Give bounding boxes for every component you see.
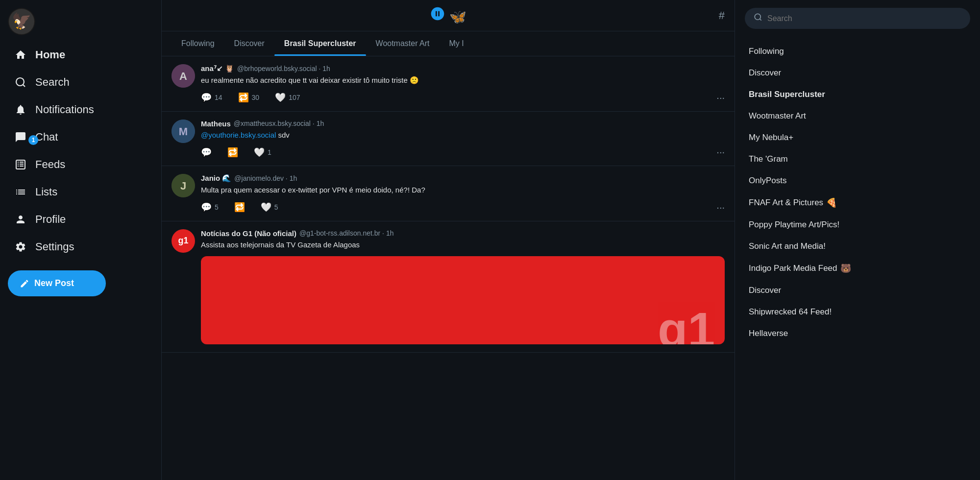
post-4: g1 Notícias do G1 (Não oficial) @g1-bot-… bbox=[162, 221, 735, 353]
tab-wootmaster-art[interactable]: Wootmaster Art bbox=[366, 31, 440, 56]
post-3-reply[interactable]: 💬 5 bbox=[201, 202, 219, 213]
post-2: M Matheus @xmattheusx.bsky.social · 1h @… bbox=[162, 112, 735, 167]
post-1-more[interactable]: ··· bbox=[716, 92, 725, 103]
feed-list-sonic-art[interactable]: Sonic Art and Media! bbox=[745, 236, 970, 257]
sidebar-item-feeds[interactable]: Feeds bbox=[8, 151, 153, 178]
post-1-reply[interactable]: 💬 14 bbox=[201, 92, 222, 103]
post-1-avatar[interactable]: A bbox=[172, 64, 195, 88]
post-2-reply[interactable]: 💬 bbox=[201, 147, 212, 158]
feed-list-shipwrecked[interactable]: Shipwrecked 64 Feed! bbox=[745, 301, 970, 323]
post-4-image-text: g1 bbox=[658, 305, 715, 344]
post-3-author: Janio 🌊 bbox=[201, 174, 231, 183]
post-3-like-count: 5 bbox=[274, 203, 278, 211]
chat-icon: 1 bbox=[14, 130, 27, 144]
post-4-avatar[interactable]: g1 bbox=[172, 229, 195, 253]
left-sidebar: 🦅 Home Search bbox=[0, 0, 162, 480]
feed-list-my-nebula[interactable]: My Nebula+ bbox=[745, 127, 970, 148]
sidebar-item-chat[interactable]: 1 Chat bbox=[8, 123, 153, 151]
bell-icon bbox=[14, 103, 27, 117]
post-1-like-count: 107 bbox=[289, 94, 300, 101]
chat-badge: 1 bbox=[28, 135, 38, 145]
tab-brasil-supercluster[interactable]: Brasil Supercluster bbox=[274, 31, 366, 56]
post-1-repost[interactable]: 🔁 30 bbox=[238, 92, 260, 103]
post-4-image: g1 bbox=[201, 256, 725, 344]
post-2-mention[interactable]: @youthorie.bsky.social bbox=[201, 131, 276, 139]
svg-line-4 bbox=[23, 85, 25, 87]
lists-icon bbox=[14, 185, 27, 199]
hash-icon[interactable]: # bbox=[719, 9, 725, 22]
sidebar-item-search[interactable]: Search bbox=[8, 69, 153, 96]
bear-emoji: 🐻 bbox=[840, 263, 851, 274]
post-2-handle: @xmattheusx.bsky.social · 1h bbox=[234, 120, 324, 127]
edit-icon bbox=[20, 279, 29, 288]
post-2-text: @youthorie.bsky.social sdv bbox=[201, 130, 725, 141]
reply-icon: 💬 bbox=[201, 92, 212, 103]
reply-icon-3: 💬 bbox=[201, 202, 212, 213]
feed-list-onlyposts[interactable]: OnlyPosts bbox=[745, 170, 970, 192]
sidebar-item-settings[interactable]: Settings bbox=[8, 233, 153, 261]
feed-list-wootmaster-art[interactable]: Wootmaster Art bbox=[745, 105, 970, 127]
post-3-like[interactable]: 🤍 5 bbox=[261, 202, 278, 213]
post-2-like[interactable]: 🤍 1 bbox=[254, 147, 271, 158]
feed-tabs: Following Discover Brasil Supercluster W… bbox=[162, 31, 735, 56]
heart-icon: 🤍 bbox=[275, 92, 286, 103]
svg-point-3 bbox=[16, 78, 24, 86]
sidebar-item-profile[interactable]: Profile bbox=[8, 206, 153, 233]
post-1-repost-count: 30 bbox=[252, 94, 260, 101]
post-2-author: Matheus bbox=[201, 120, 231, 128]
feed-list: Following Discover Brasil Supercluster W… bbox=[745, 41, 970, 344]
posts-container: A ana⁷↙ 🦉 @brhopeworld.bsky.social · 1h … bbox=[162, 56, 735, 480]
sidebar-item-home[interactable]: Home bbox=[8, 41, 153, 69]
new-post-label: New Post bbox=[34, 278, 74, 288]
feed-list-brasil-supercluster[interactable]: Brasil Supercluster bbox=[745, 84, 970, 105]
new-post-button[interactable]: New Post bbox=[8, 270, 106, 296]
search-box-icon bbox=[754, 13, 762, 24]
user-avatar[interactable]: 🦅 bbox=[8, 8, 35, 35]
repost-icon: 🔁 bbox=[238, 92, 249, 103]
feed-list-discover2[interactable]: Discover bbox=[745, 280, 970, 301]
search-icon bbox=[14, 75, 27, 89]
post-3-repost[interactable]: 🔁 bbox=[234, 202, 245, 213]
post-3: J Janio 🌊 @janiomelo.dev · 1h Multa pra … bbox=[162, 166, 735, 221]
right-sidebar: Following Discover Brasil Supercluster W… bbox=[735, 0, 980, 480]
tab-discover[interactable]: Discover bbox=[224, 31, 274, 56]
post-2-more[interactable]: ··· bbox=[716, 146, 725, 158]
svg-text:M: M bbox=[179, 125, 188, 138]
search-box[interactable] bbox=[745, 8, 970, 29]
feed-list-the-gram[interactable]: The 'Gram bbox=[745, 148, 970, 170]
post-1-actions: 💬 14 🔁 30 🤍 107 ··· bbox=[201, 92, 725, 103]
tab-my-nebula[interactable]: My I bbox=[440, 31, 474, 56]
feed-list-fnaf-art[interactable]: FNAF Art & Pictures 🍕 bbox=[745, 192, 970, 214]
post-2-text-suffix: sdv bbox=[278, 131, 290, 139]
sidebar-item-lists[interactable]: Lists bbox=[8, 178, 153, 206]
post-2-content: Matheus @xmattheusx.bsky.social · 1h @yo… bbox=[201, 120, 725, 158]
post-1: A ana⁷↙ 🦉 @brhopeworld.bsky.social · 1h … bbox=[162, 56, 735, 112]
post-2-repost[interactable]: 🔁 bbox=[227, 147, 238, 158]
post-1-like[interactable]: 🤍 107 bbox=[275, 92, 300, 103]
sidebar-item-chat-label: Chat bbox=[35, 131, 58, 144]
feed-list-following[interactable]: Following bbox=[745, 41, 970, 62]
pizza-emoji: 🍕 bbox=[826, 197, 837, 208]
feed-list-hellaverse[interactable]: Hellaverse bbox=[745, 323, 970, 344]
feed-list-poppy-playtime[interactable]: Poppy Playtime Art/Pics! bbox=[745, 214, 970, 236]
feed-list-discover[interactable]: Discover bbox=[745, 62, 970, 84]
post-3-more[interactable]: ··· bbox=[716, 202, 725, 213]
post-4-handle: @g1-bot-rss.adilson.net.br · 1h bbox=[299, 229, 393, 237]
home-icon bbox=[14, 48, 27, 62]
svg-text:🦅: 🦅 bbox=[12, 12, 31, 30]
svg-text:J: J bbox=[180, 180, 186, 192]
sidebar-item-notifications[interactable]: Notifications bbox=[8, 96, 153, 123]
butterfly-icon: 🦋 bbox=[430, 6, 466, 25]
post-1-text: eu realmente não acredito que tt vai dei… bbox=[201, 75, 725, 86]
post-3-reply-count: 5 bbox=[215, 203, 219, 211]
feed-list-indigo-park[interactable]: Indigo Park Media Feed 🐻 bbox=[745, 257, 970, 280]
search-input[interactable] bbox=[767, 14, 961, 23]
feed-list-fnaf-art-label: FNAF Art & Pictures bbox=[749, 198, 823, 208]
repost-icon-3: 🔁 bbox=[234, 202, 245, 213]
sidebar-item-profile-label: Profile bbox=[35, 213, 66, 226]
heart-icon-3: 🤍 bbox=[261, 202, 271, 213]
post-3-avatar[interactable]: J bbox=[172, 174, 195, 197]
post-2-avatar[interactable]: M bbox=[172, 120, 195, 143]
tab-following[interactable]: Following bbox=[172, 31, 224, 56]
svg-point-12 bbox=[755, 14, 760, 20]
